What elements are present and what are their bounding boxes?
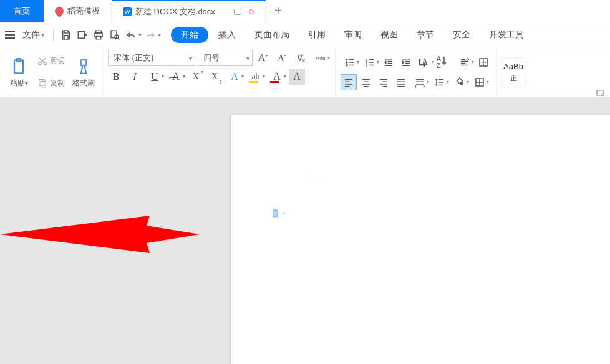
decrease-indent-button[interactable]: [380, 54, 397, 70]
group-styles: AaBb 正: [497, 47, 530, 97]
bullet-list-button[interactable]: ▾: [341, 54, 359, 70]
menu-tab-start[interactable]: 开始: [171, 27, 208, 43]
menu-tab-security[interactable]: 安全: [444, 22, 479, 47]
sort-button[interactable]: AZ: [435, 54, 454, 70]
file-menu[interactable]: 文件 ▾: [19, 29, 48, 41]
monitor-icon[interactable]: [234, 9, 241, 15]
chevron-down-icon: ▾: [243, 55, 249, 62]
group-font: 宋体 (正文)▾ 四号▾ A+ A- wén▾ B I U▾ A▾ X2 X2 …: [103, 47, 336, 97]
phonetic-guide-button[interactable]: wén▾: [311, 50, 330, 66]
separator: [53, 28, 54, 42]
table-border-button[interactable]: ▾: [470, 74, 489, 90]
paste-options-button[interactable]: ▾: [270, 208, 285, 218]
text-effect-button[interactable]: A▾: [225, 69, 244, 85]
brush-icon: [75, 55, 92, 78]
copy-button[interactable]: 复制: [35, 77, 67, 90]
svg-marker-70: [0, 216, 200, 253]
svg-point-16: [346, 61, 347, 62]
align-center-button[interactable]: [358, 74, 374, 90]
new-tab-button[interactable]: +: [266, 0, 291, 22]
svg-rect-12: [39, 80, 44, 85]
redo-button[interactable]: [143, 27, 158, 42]
superscript-button[interactable]: X2: [188, 69, 204, 85]
number-list-button[interactable]: 123▾: [361, 54, 379, 70]
chevron-down-icon: ▾: [183, 74, 185, 79]
menu-tab-insert[interactable]: 插入: [210, 22, 244, 47]
menu-tab-review[interactable]: 审阅: [336, 22, 370, 47]
circle-icon[interactable]: [249, 9, 254, 14]
annotation-arrow: [0, 209, 231, 272]
tab-document[interactable]: W 新建 DOCX 文档.docx: [112, 0, 266, 22]
font-name-combo[interactable]: 宋体 (正文)▾: [108, 50, 195, 66]
cut-button[interactable]: 剪切: [35, 54, 67, 67]
clear-format-button[interactable]: [293, 50, 309, 66]
svg-rect-14: [81, 60, 87, 65]
save-button[interactable]: [59, 27, 74, 42]
strikethrough-button[interactable]: A▾: [167, 69, 185, 85]
chevron-down-icon: ▾: [487, 79, 489, 85]
svg-rect-0: [64, 31, 68, 33]
format-painter-button[interactable]: 格式刷: [70, 55, 97, 89]
style-normal[interactable]: AaBb 正: [501, 57, 526, 87]
export-button[interactable]: [75, 27, 90, 42]
chevron-down-icon: ▾: [283, 211, 285, 216]
bold-button[interactable]: B: [108, 69, 124, 85]
border-button[interactable]: [475, 54, 491, 70]
ribbon-expand-icon[interactable]: [596, 90, 605, 97]
text-direction-button[interactable]: A▾: [415, 54, 434, 70]
chevron-down-icon: ▾: [432, 59, 434, 65]
italic-button[interactable]: I: [127, 69, 143, 85]
chevron-down-icon: ▾: [377, 59, 379, 65]
copy-icon: [37, 78, 47, 88]
chevron-down-icon: ▾: [327, 55, 330, 60]
increase-font-button[interactable]: A+: [255, 50, 271, 66]
tab-template[interactable]: 稻壳模板: [44, 0, 112, 22]
svg-rect-13: [41, 82, 46, 87]
cut-icon: [37, 56, 47, 66]
line-spacing-button[interactable]: ▾: [430, 74, 449, 90]
chevron-down-icon: ▾: [447, 79, 449, 85]
menu-tab-dev[interactable]: 开发工具: [480, 22, 533, 47]
chevron-down-icon: ▾: [427, 79, 429, 85]
shading-button[interactable]: ▾: [450, 74, 469, 90]
distribute-button[interactable]: ▾: [410, 74, 429, 90]
font-color-button[interactable]: A▾: [268, 69, 286, 85]
decrease-font-button[interactable]: A-: [274, 50, 290, 66]
document-icon: [270, 208, 280, 218]
align-left-button[interactable]: [341, 74, 357, 90]
cursor-mark: [309, 166, 326, 183]
paste-button[interactable]: 粘贴▾: [5, 55, 32, 89]
menu-icon[interactable]: [5, 31, 15, 39]
chevron-down-icon: ▾: [284, 74, 286, 79]
subscript-button[interactable]: X2: [206, 69, 223, 85]
undo-button[interactable]: [123, 27, 138, 42]
redo-dropdown[interactable]: ▾: [158, 31, 161, 38]
menu-tab-layout[interactable]: 页面布局: [246, 22, 298, 47]
tab-home[interactable]: 首页: [0, 0, 44, 22]
increase-indent-button[interactable]: [398, 54, 414, 70]
font-size-combo[interactable]: 四号▾: [198, 50, 253, 66]
align-justify-button[interactable]: [393, 74, 409, 90]
align-right-button[interactable]: [375, 74, 392, 90]
print-preview-button[interactable]: [107, 27, 122, 42]
chevron-down-icon: ▾: [472, 59, 474, 65]
menu-tab-chapter[interactable]: 章节: [408, 22, 443, 47]
menu-tab-ref[interactable]: 引用: [299, 22, 334, 47]
menu-tab-view[interactable]: 视图: [372, 22, 407, 47]
file-menu-label: 文件: [22, 29, 40, 41]
chevron-down-icon: ▾: [162, 74, 164, 79]
svg-rect-2: [78, 31, 85, 38]
underline-button[interactable]: U▾: [145, 69, 164, 85]
undo-dropdown[interactable]: ▾: [138, 31, 142, 38]
tab-bar: 首页 稻壳模板 W 新建 DOCX 文档.docx +: [0, 0, 610, 22]
document-page[interactable]: [231, 115, 610, 364]
highlight-button[interactable]: ab▾: [246, 69, 265, 85]
char-spacing-button[interactable]: ▾: [455, 54, 474, 70]
group-clipboard: 粘贴▾ 剪切 复制 格式刷: [0, 47, 103, 97]
chevron-down-icon: ▾: [241, 74, 244, 79]
group-paragraph: ▾ 123▾ A▾ AZ ▾ ▾ ▾ ▾ ▾: [336, 47, 497, 97]
char-shading-button[interactable]: A: [289, 69, 305, 85]
chevron-down-icon: ▾: [357, 59, 359, 65]
print-button[interactable]: [91, 27, 106, 42]
chevron-down-icon: ▾: [467, 79, 469, 85]
